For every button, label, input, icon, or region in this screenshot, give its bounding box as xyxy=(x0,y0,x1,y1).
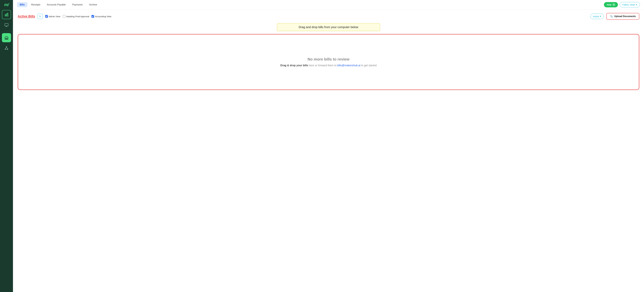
accounting-view-label: Accounting View xyxy=(95,15,111,18)
top-navigation: Bills Receipts Accounts Payable Payments… xyxy=(13,0,644,10)
tab-accounts-payable[interactable]: Accounts Payable xyxy=(44,2,68,7)
help-label: Help xyxy=(606,4,612,6)
accounting-view-checkbox[interactable] xyxy=(92,15,94,18)
paperclip-icon: 📎 xyxy=(610,15,613,18)
awaiting-approval-checkbox[interactable] xyxy=(63,15,66,18)
tab-payments[interactable]: Payments xyxy=(70,2,85,7)
action-button[interactable]: Action ▾ xyxy=(590,14,604,19)
tab-receipts[interactable]: Receipts xyxy=(28,2,43,7)
help-question-icon: ? xyxy=(612,3,615,6)
drop-zone-subtitle: Drag & drop your bills here or forward t… xyxy=(280,64,377,67)
sidebar-item-network[interactable] xyxy=(2,44,11,52)
logo[interactable]: m/ xyxy=(4,2,9,7)
sidebar: m/ ▾ xyxy=(0,0,13,292)
accounting-view-checkbox-group[interactable]: Accounting View xyxy=(92,15,111,18)
drop-zone[interactable]: No more bills to review Drag & drop your… xyxy=(18,34,639,90)
svg-rect-12 xyxy=(7,38,7,39)
help-button[interactable]: Help ? xyxy=(604,2,618,7)
drop-zone-mid-text: here or forward them to xyxy=(308,64,337,67)
drop-zone-end-text: to get started xyxy=(360,64,377,67)
drop-zone-bold-text: Drag & drop your bills xyxy=(280,64,308,67)
main-content: Bills Receipts Accounts Payable Payments… xyxy=(13,0,644,292)
toolbar: Active Bills ↻ Admin View Awaiting Final… xyxy=(18,13,639,20)
awaiting-approval-label: Awaiting Final Approval xyxy=(66,15,89,18)
page-content: Active Bills ↻ Admin View Awaiting Final… xyxy=(13,10,644,292)
sidebar-item-analytics[interactable]: ▾ xyxy=(2,10,11,19)
sidebar-item-bank[interactable] xyxy=(2,33,11,42)
refresh-button[interactable]: ↻ xyxy=(38,14,43,19)
topnav-right: Help ? Fabris, Sean ▾ xyxy=(604,2,640,7)
svg-text:▾: ▾ xyxy=(8,16,8,16)
bills-email-link[interactable]: bills@makershub.ai xyxy=(337,64,360,67)
chevron-down-icon: ▾ xyxy=(636,4,637,6)
admin-view-label: Admin View xyxy=(49,15,60,18)
active-bills-title[interactable]: Active Bills xyxy=(18,14,35,18)
svg-line-17 xyxy=(6,47,8,49)
awaiting-approval-checkbox-group[interactable]: Awaiting Final Approval xyxy=(63,15,89,18)
sidebar-item-screen[interactable] xyxy=(2,20,11,30)
svg-point-13 xyxy=(6,46,7,47)
refresh-icon: ↻ xyxy=(39,15,41,18)
upload-label: Upload Documents xyxy=(614,15,636,18)
user-menu-button[interactable]: Fabris, Sean ▾ xyxy=(620,2,640,7)
svg-rect-11 xyxy=(6,38,6,39)
svg-rect-0 xyxy=(5,14,6,16)
tab-archive[interactable]: Archive xyxy=(86,2,100,7)
drag-hint-banner: Drag and drop bills from your computer b… xyxy=(277,23,380,31)
user-name: Fabris, Sean xyxy=(622,4,635,6)
drop-zone-title: No more bills to review xyxy=(308,57,350,62)
action-label: Action xyxy=(593,15,599,18)
upload-documents-button[interactable]: 📎 Upload Documents xyxy=(606,13,639,20)
svg-line-16 xyxy=(5,47,6,49)
svg-rect-1 xyxy=(6,14,7,16)
admin-view-checkbox-group[interactable]: Admin View xyxy=(45,15,60,18)
tab-bills[interactable]: Bills xyxy=(17,2,28,7)
svg-rect-5 xyxy=(5,24,8,26)
admin-view-checkbox[interactable] xyxy=(45,15,48,18)
action-chevron-icon: ▾ xyxy=(600,15,601,18)
